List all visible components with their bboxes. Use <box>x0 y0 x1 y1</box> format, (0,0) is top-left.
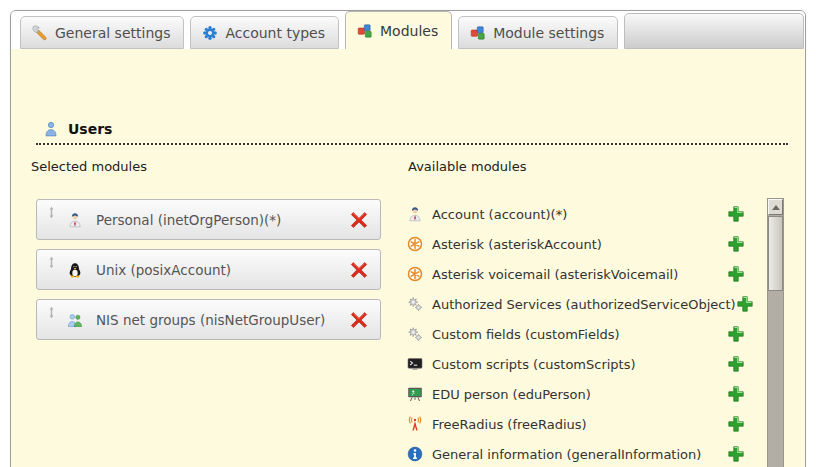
add-icon <box>727 205 745 223</box>
section-title: Users <box>68 121 112 137</box>
tab-bar-filler <box>624 13 804 49</box>
available-module-row: Asterisk (asteriskAccount) <box>407 229 745 259</box>
configuration-panel: General settings Account types Modules M… <box>10 10 806 467</box>
person-icon <box>67 212 83 228</box>
selected-module-row[interactable]: Unix (posixAccount) <box>36 249 381 290</box>
add-module-button[interactable] <box>727 265 745 283</box>
available-module-row: Custom scripts (customScripts) <box>407 349 745 379</box>
drag-handle-icon[interactable] <box>45 306 58 319</box>
add-module-button[interactable] <box>727 235 745 253</box>
drag-handle-icon[interactable] <box>45 256 58 269</box>
group-icon <box>67 312 83 328</box>
selected-module-row[interactable]: Personal (inetOrgPerson)(*) <box>36 199 381 240</box>
section-divider <box>36 143 788 145</box>
antenna-icon <box>407 416 423 432</box>
person-icon <box>407 206 423 222</box>
tab-bar: General settings Account types Modules M… <box>11 11 805 49</box>
add-icon <box>727 445 745 463</box>
users-section-header: Users <box>43 121 112 137</box>
modules-cubes-icon <box>470 25 486 41</box>
add-module-button[interactable] <box>736 295 754 313</box>
available-modules-scrollbar[interactable] <box>767 198 784 467</box>
add-module-button[interactable] <box>727 445 745 463</box>
add-module-button[interactable] <box>727 415 745 433</box>
add-icon <box>727 355 745 373</box>
available-module-row: Account (account)(*) <box>407 199 745 229</box>
available-module-row: EDU person (eduPerson) <box>407 379 745 409</box>
user-icon <box>43 121 59 137</box>
drag-handle-icon[interactable] <box>45 206 58 219</box>
remove-icon <box>350 211 368 229</box>
tab-account-types[interactable]: Account types <box>190 16 339 49</box>
available-module-row: General information (generalInformation) <box>407 439 745 467</box>
asterisk-icon <box>407 236 423 252</box>
arrow-up-icon <box>772 205 780 210</box>
add-icon <box>736 295 754 313</box>
available-modules-heading: Available modules <box>408 159 526 174</box>
available-module-row: Custom fields (customFields) <box>407 319 745 349</box>
tab-general-settings[interactable]: General settings <box>20 16 184 49</box>
gears-icon <box>407 326 423 342</box>
selected-modules-heading: Selected modules <box>31 159 147 174</box>
add-icon <box>727 415 745 433</box>
remove-module-button[interactable] <box>350 211 368 229</box>
available-modules-list: Account (account)(*) Asterisk (asteriskA… <box>407 199 745 467</box>
scrollbar-up-button[interactable] <box>768 199 783 215</box>
asterisk-icon <box>407 266 423 282</box>
available-module-row: Asterisk voicemail (asteriskVoicemail) <box>407 259 745 289</box>
add-module-button[interactable] <box>727 355 745 373</box>
add-icon <box>727 385 745 403</box>
wrench-icon <box>32 25 48 41</box>
modules-cubes-icon <box>357 23 373 39</box>
scrollbar-thumb[interactable] <box>768 216 783 291</box>
add-icon <box>727 265 745 283</box>
tab-module-settings[interactable]: Module settings <box>458 16 618 49</box>
tux-icon <box>67 262 83 278</box>
blackboard-icon <box>407 386 423 402</box>
available-module-row: FreeRadius (freeRadius) <box>407 409 745 439</box>
add-icon <box>727 325 745 343</box>
remove-icon <box>350 261 368 279</box>
add-module-button[interactable] <box>727 385 745 403</box>
gears-icon <box>407 296 423 312</box>
remove-module-button[interactable] <box>350 261 368 279</box>
selected-modules-list: Personal (inetOrgPerson)(*) Unix (posixA… <box>36 199 381 349</box>
available-module-row: Authorized Services (authorizedServiceOb… <box>407 289 745 319</box>
add-icon <box>727 235 745 253</box>
account-types-gear-icon <box>202 25 218 41</box>
remove-module-button[interactable] <box>350 311 368 329</box>
remove-icon <box>350 311 368 329</box>
terminal-icon <box>407 356 423 372</box>
add-module-button[interactable] <box>727 205 745 223</box>
selected-module-row[interactable]: NIS net groups (nisNetGroupUser) <box>36 299 381 340</box>
tab-modules[interactable]: Modules <box>345 11 452 49</box>
info-icon <box>407 446 423 462</box>
modules-tab-content: Users Selected modules Available modules… <box>11 49 805 467</box>
add-module-button[interactable] <box>727 325 745 343</box>
